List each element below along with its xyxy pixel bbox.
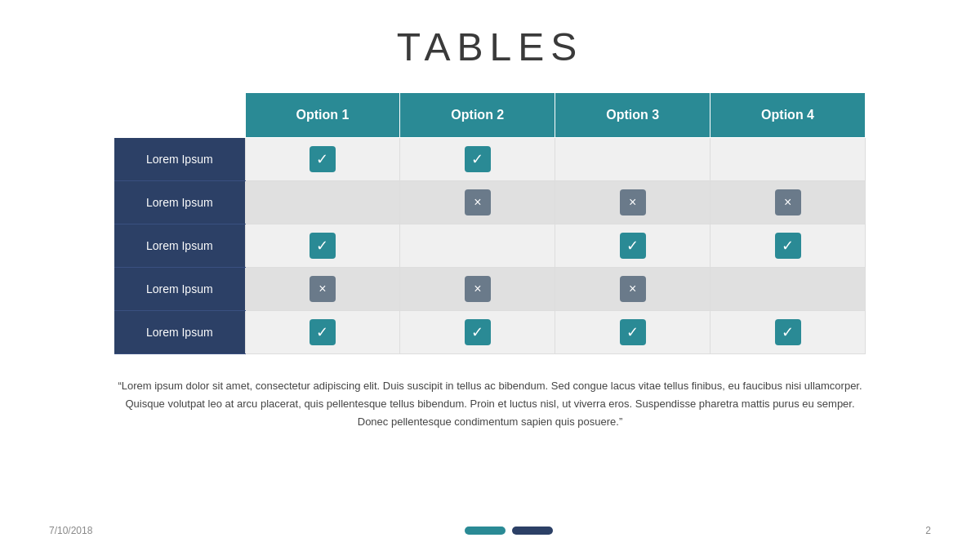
header-option3: Option 3 bbox=[555, 93, 710, 138]
cell-row4-col3: ✓ bbox=[710, 311, 866, 354]
check-icon: ✓ bbox=[310, 233, 336, 259]
cell-row3-col2: × bbox=[555, 268, 710, 311]
page-title: TABLES bbox=[397, 24, 584, 69]
cell-row1-col3: × bbox=[710, 181, 866, 224]
cross-icon: × bbox=[775, 189, 801, 216]
check-icon: ✓ bbox=[310, 146, 336, 172]
header-option2: Option 2 bbox=[400, 93, 555, 138]
table-row: Lorem Ipsum✓✓✓✓ bbox=[114, 311, 866, 354]
row-label: Lorem Ipsum bbox=[114, 138, 245, 181]
cell-row0-col0: ✓ bbox=[245, 138, 400, 181]
check-icon: ✓ bbox=[775, 319, 801, 345]
cross-icon: × bbox=[620, 276, 646, 302]
table-row: Lorem Ipsum××× bbox=[114, 181, 866, 224]
comparison-table: Option 1 Option 2 Option 3 Option 4 Lore… bbox=[114, 92, 866, 354]
check-icon: ✓ bbox=[620, 233, 646, 259]
header-option1: Option 1 bbox=[245, 93, 400, 138]
cell-row4-col0: ✓ bbox=[245, 311, 400, 354]
cell-row3-col0: × bbox=[245, 268, 400, 311]
footer-date: 7/10/2018 bbox=[49, 525, 92, 536]
cell-row2-col3: ✓ bbox=[710, 224, 866, 268]
cross-icon: × bbox=[465, 189, 491, 216]
footer-pagination-dots bbox=[465, 527, 553, 535]
cross-icon: × bbox=[465, 276, 491, 302]
table-header-row: Option 1 Option 2 Option 3 Option 4 bbox=[114, 93, 866, 138]
cell-row0-col1: ✓ bbox=[400, 138, 555, 181]
cell-row2-col2: ✓ bbox=[555, 224, 710, 268]
table-row: Lorem Ipsum××× bbox=[114, 268, 866, 311]
check-icon: ✓ bbox=[465, 146, 491, 172]
cell-row2-col1 bbox=[400, 224, 555, 268]
cell-row4-col2: ✓ bbox=[555, 311, 710, 354]
check-icon: ✓ bbox=[620, 319, 646, 345]
header-option4: Option 4 bbox=[710, 93, 866, 138]
cell-row4-col1: ✓ bbox=[400, 311, 555, 354]
footer-page: 2 bbox=[925, 525, 931, 536]
cell-row1-col0 bbox=[245, 181, 400, 224]
table-row: Lorem Ipsum✓✓ bbox=[114, 138, 866, 181]
check-icon: ✓ bbox=[310, 319, 336, 345]
dot-navy bbox=[512, 527, 553, 535]
check-icon: ✓ bbox=[775, 233, 801, 259]
quote-text: “Lorem ipsum dolor sit amet, consectetur… bbox=[114, 377, 866, 431]
cell-row1-col2: × bbox=[555, 181, 710, 224]
row-label: Lorem Ipsum bbox=[114, 311, 245, 354]
cell-row0-col2 bbox=[555, 138, 710, 181]
check-icon: ✓ bbox=[465, 319, 491, 345]
dot-teal bbox=[465, 527, 506, 535]
row-label: Lorem Ipsum bbox=[114, 268, 245, 311]
cell-row0-col3 bbox=[710, 138, 866, 181]
table-row: Lorem Ipsum✓✓✓ bbox=[114, 224, 866, 268]
cell-row2-col0: ✓ bbox=[245, 224, 400, 268]
row-label: Lorem Ipsum bbox=[114, 224, 245, 268]
cell-row3-col1: × bbox=[400, 268, 555, 311]
header-empty bbox=[114, 93, 245, 138]
cross-icon: × bbox=[310, 276, 336, 302]
row-label: Lorem Ipsum bbox=[114, 181, 245, 224]
cell-row3-col3 bbox=[710, 268, 866, 311]
cell-row1-col1: × bbox=[400, 181, 555, 224]
cross-icon: × bbox=[620, 189, 646, 216]
footer: 7/10/2018 2 bbox=[0, 525, 980, 536]
